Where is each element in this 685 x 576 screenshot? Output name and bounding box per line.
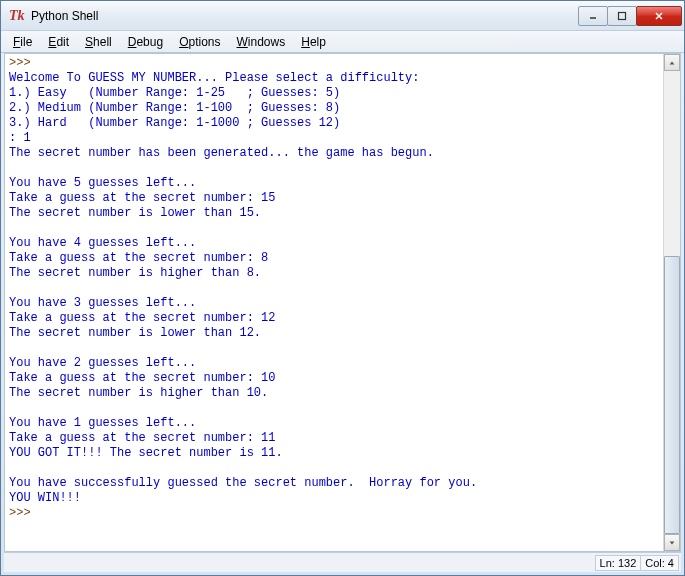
menu-shell[interactable]: Shell — [77, 33, 120, 51]
menu-help[interactable]: Help — [293, 33, 334, 51]
tk-icon: Tk — [9, 8, 25, 24]
minimize-button[interactable] — [578, 6, 608, 26]
status-line: Ln: 132 — [595, 555, 642, 571]
statusbar: Ln: 132 Col: 4 — [4, 552, 681, 572]
scroll-down-button[interactable] — [664, 534, 680, 551]
window-title: Python Shell — [31, 9, 579, 23]
content-area: >>> Welcome To GUESS MY NUMBER... Please… — [4, 53, 681, 552]
vertical-scrollbar[interactable] — [663, 54, 680, 551]
menubar: File Edit Shell Debug Options Windows He… — [1, 31, 684, 53]
scroll-up-button[interactable] — [664, 54, 680, 71]
shell-output[interactable]: >>> Welcome To GUESS MY NUMBER... Please… — [5, 54, 663, 551]
maximize-button[interactable] — [607, 6, 637, 26]
status-col: Col: 4 — [640, 555, 679, 571]
menu-edit[interactable]: Edit — [40, 33, 77, 51]
titlebar[interactable]: Tk Python Shell — [1, 1, 684, 31]
menu-debug[interactable]: Debug — [120, 33, 171, 51]
svg-rect-1 — [619, 12, 626, 19]
scroll-track[interactable] — [664, 71, 680, 534]
menu-windows[interactable]: Windows — [229, 33, 294, 51]
menu-options[interactable]: Options — [171, 33, 228, 51]
python-shell-window: Tk Python Shell File Edit Shell Debug Op… — [0, 0, 685, 576]
menu-file[interactable]: File — [5, 33, 40, 51]
svg-marker-5 — [670, 541, 675, 544]
close-button[interactable] — [636, 6, 682, 26]
scroll-thumb[interactable] — [664, 256, 680, 534]
window-controls — [579, 6, 682, 26]
svg-marker-4 — [670, 61, 675, 64]
